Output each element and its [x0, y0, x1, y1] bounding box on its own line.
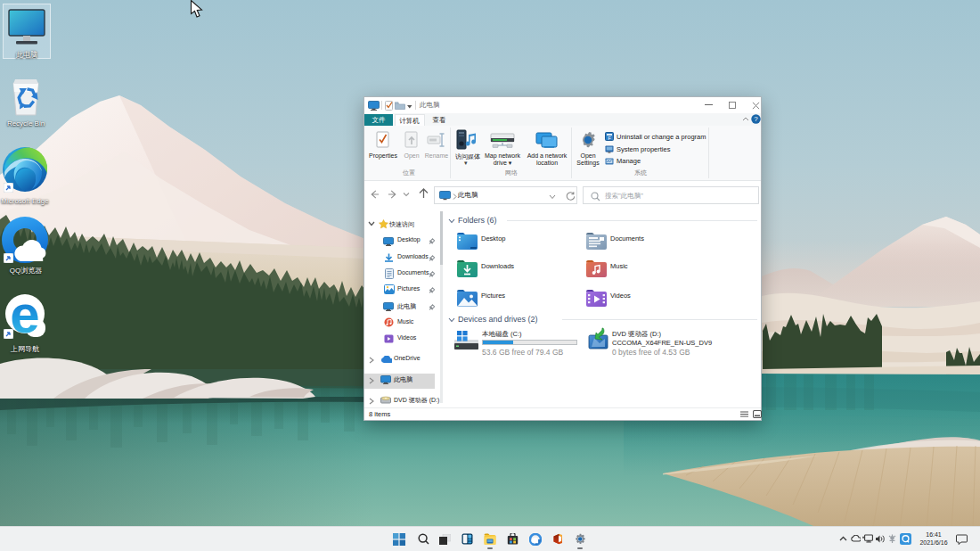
svg-text:F: F	[608, 136, 611, 141]
svg-text:e: e	[10, 292, 39, 341]
svg-text:?: ?	[754, 115, 758, 123]
